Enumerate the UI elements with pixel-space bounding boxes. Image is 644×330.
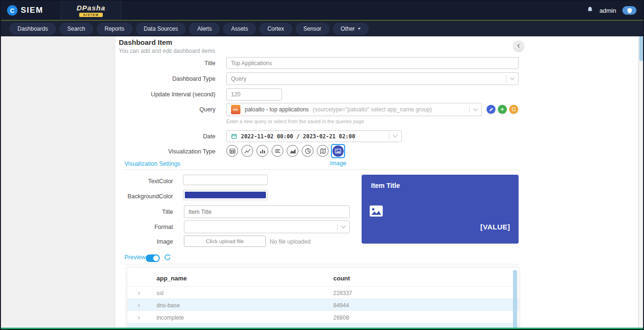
update-interval-label: Update Interval (second)	[119, 91, 215, 98]
table-row[interactable]: › dns-base 84944	[127, 299, 519, 311]
backgroundcolor-label: BackgroundColor	[119, 193, 173, 200]
username[interactable]: admin	[600, 7, 616, 14]
logo-text: SIEM	[21, 6, 43, 15]
title-label: Title	[119, 60, 215, 67]
viz-pie-chart-button[interactable]	[302, 145, 314, 157]
brand-dpasha: DPasha SISTEM	[61, 1, 121, 20]
preview-card: Item Title [VALUE]	[362, 175, 519, 244]
preview-label: Preview	[124, 254, 145, 261]
table-icon	[229, 147, 236, 155]
table-row[interactable]: › incomplete 26808	[127, 311, 519, 323]
image-label: Image	[119, 238, 173, 245]
plus-icon	[500, 107, 505, 112]
calendar-icon	[231, 133, 237, 139]
app-logo: C SIEM	[1, 5, 60, 16]
map-icon	[319, 147, 327, 155]
brand-name: DPasha	[76, 4, 105, 12]
table-header: app_name count	[127, 268, 519, 287]
viz-list-button[interactable]	[272, 145, 283, 157]
date-range-input[interactable]: 2022-11-02 00:00 / 2023-02-21 02:00	[226, 130, 402, 142]
photo-icon	[368, 203, 384, 221]
sql-badge-icon: SQL	[231, 105, 240, 114]
query-name: paloalto - top applications	[245, 106, 309, 113]
format-select[interactable]	[184, 220, 350, 233]
chevron-down-icon	[341, 224, 346, 228]
viz-table-button[interactable]	[226, 145, 238, 157]
viz-line-chart-button[interactable]	[241, 145, 253, 157]
refresh-query-button[interactable]	[509, 105, 518, 114]
bar-chart-icon	[259, 147, 266, 155]
item-title-input[interactable]	[184, 205, 350, 218]
back-button[interactable]	[513, 41, 524, 51]
preview-toggle[interactable]	[146, 254, 160, 262]
refresh-icon	[164, 254, 171, 261]
query-label: Query	[119, 106, 215, 113]
add-query-button[interactable]	[498, 105, 507, 114]
visualization-settings-link[interactable]: Visualization Settings	[124, 161, 181, 167]
upload-status-text: No file uploaded	[270, 238, 311, 245]
column-header-app-name: app_name	[157, 275, 187, 282]
date-value: 2022-11-02 00:00 / 2023-02-21 02:00	[241, 133, 355, 140]
edit-query-button[interactable]	[487, 105, 495, 114]
image-icon	[334, 147, 342, 155]
table-scrollbar[interactable]	[513, 270, 517, 330]
logo-c-icon: C	[7, 5, 17, 16]
column-header-count: count	[333, 275, 350, 282]
update-interval-input[interactable]	[226, 88, 282, 101]
expand-chevron-icon[interactable]: ›	[138, 301, 140, 309]
line-chart-icon	[244, 147, 251, 155]
page-scrollbar-track[interactable]	[638, 36, 643, 328]
color-swatch	[185, 192, 266, 198]
nav-item-search[interactable]: Search	[59, 23, 93, 35]
page-subtitle: You can add and edit dashboard items	[119, 48, 215, 54]
top-header: C SIEM DPasha SISTEM admin	[1, 1, 643, 20]
list-icon	[274, 147, 281, 155]
format-label: Format	[119, 224, 173, 230]
nav-item-other[interactable]: Other	[333, 23, 369, 35]
viz-image-button-selected[interactable]	[331, 144, 345, 158]
nav-item-assets[interactable]: Assets	[223, 23, 256, 35]
table-row[interactable]: › ssl 228337	[127, 287, 519, 299]
nav-item-data-sources[interactable]: Data Sources	[136, 23, 186, 35]
brand-subtitle: SISTEM	[79, 13, 102, 17]
shield-icon	[627, 8, 632, 14]
preview-card-value: [VALUE]	[480, 223, 510, 231]
refresh-preview-button[interactable]	[164, 254, 171, 263]
bottom-accent-bar	[1, 328, 643, 329]
visualization-type-label: Visualization Type	[119, 148, 215, 155]
back-arrow-icon	[516, 43, 521, 49]
viz-area-chart-button[interactable]	[287, 145, 298, 157]
title-input[interactable]	[226, 57, 519, 69]
chevron-down-icon	[358, 28, 361, 30]
nav-item-dashboards[interactable]: Dashboards	[9, 23, 56, 35]
expand-chevron-icon[interactable]: ›	[138, 288, 140, 296]
query-select[interactable]: SQL paloalto - top applications (sourcet…	[226, 103, 482, 116]
refresh-icon	[511, 107, 516, 112]
area-chart-icon	[289, 147, 297, 155]
main-nav: Dashboards Search Reports Data Sources A…	[1, 21, 643, 36]
upload-file-button[interactable]: Click upload file	[184, 236, 266, 247]
query-detail: (sourcetype="paloalto" select app_name g…	[313, 106, 432, 113]
nav-item-cortex[interactable]: Cortex	[259, 23, 292, 35]
textcolor-input[interactable]	[183, 175, 268, 185]
nav-item-sensor[interactable]: Sensor	[296, 23, 330, 35]
chevron-down-icon	[393, 133, 398, 138]
backgroundcolor-input[interactable]	[183, 190, 268, 200]
viz-bar-chart-button[interactable]	[256, 145, 268, 157]
user-shield-badge[interactable]	[622, 6, 636, 15]
page-scrollbar-thumb[interactable]	[639, 36, 643, 61]
divider	[124, 169, 519, 170]
textcolor-label: TextColor	[119, 178, 173, 185]
bell-icon[interactable]	[586, 6, 594, 15]
divider	[124, 264, 519, 264]
dashboard-type-select[interactable]: Query	[226, 72, 519, 85]
query-help-text: Enter a new query or select from the sav…	[226, 118, 364, 124]
chevron-down-icon	[510, 76, 515, 80]
nav-item-reports[interactable]: Reports	[97, 23, 132, 35]
viz-selected-caption: Image	[324, 160, 352, 167]
expand-chevron-icon[interactable]: ›	[138, 313, 140, 321]
nav-item-alerts[interactable]: Alerts	[189, 23, 220, 35]
chevron-down-icon	[473, 106, 478, 111]
viz-map-button[interactable]	[317, 145, 329, 157]
item-title-label: Title	[119, 209, 173, 215]
